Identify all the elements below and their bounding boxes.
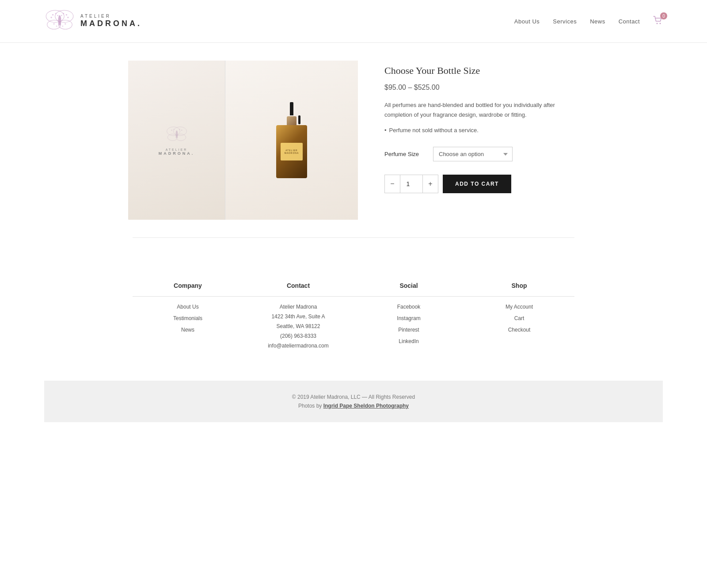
footer-copyright: © 2019 Atelier Madrona, LLC — All Rights…	[53, 394, 654, 400]
svg-point-25	[173, 129, 175, 130]
page-divider	[133, 237, 574, 238]
bottle-neck	[287, 116, 296, 125]
footer-contact-email[interactable]: info@ateliermadrona.com	[243, 343, 354, 349]
svg-point-24	[171, 130, 172, 131]
footer-photos: Photos by Ingrid Pape Sheldon Photograph…	[53, 403, 654, 409]
quantity-increase-button[interactable]: +	[422, 175, 438, 193]
footer-contact-col: Contact Atelier Madrona 1422 34th Ave, S…	[243, 282, 354, 354]
product-details: Choose Your Bottle Size $95.00 – $525.00…	[384, 61, 579, 193]
product-image: ATELIER MADRONA. ATELIERMADRONA	[128, 61, 358, 220]
footer-instagram-link[interactable]: Instagram	[354, 315, 464, 321]
footer-news-link[interactable]: News	[133, 327, 243, 333]
box-madrona-text: MADRONA.	[159, 151, 195, 156]
product-section: ATELIER MADRONA. ATELIERMADRONA	[110, 61, 597, 220]
svg-point-17	[657, 23, 658, 24]
footer-contact-address1: 1422 34th Ave, Suite A	[243, 313, 354, 320]
footer-shop-col: Shop My Account Cart Checkout	[464, 282, 574, 354]
svg-point-7	[50, 17, 52, 18]
footer-social-title: Social	[354, 282, 464, 297]
footer-company-title: Company	[133, 282, 243, 297]
svg-point-8	[57, 15, 58, 16]
footer-checkout-link[interactable]: Checkout	[464, 327, 574, 333]
svg-point-4	[58, 15, 61, 26]
footer-pinterest-link[interactable]: Pinterest	[354, 327, 464, 333]
svg-point-14	[56, 26, 57, 27]
product-note: Perfume not sold without a service.	[384, 127, 579, 134]
logo-atelier: ATELIER	[80, 14, 142, 19]
size-select[interactable]: Choose an option 30ml 50ml 100ml	[433, 147, 513, 161]
footer-company-col: Company About Us Testimonials News	[133, 282, 243, 354]
svg-point-26	[181, 130, 182, 131]
perfume-bottle: ATELIERMADRONA	[276, 102, 307, 178]
svg-point-12	[61, 15, 62, 16]
footer-shop-title: Shop	[464, 282, 574, 297]
bottle-body: ATELIERMADRONA	[276, 125, 307, 178]
footer-cart-link[interactable]: Cart	[464, 315, 574, 321]
product-image-area: ATELIER MADRONA. ATELIERMADRONA	[128, 61, 358, 220]
footer-contact-address2: Seattle, WA 98122	[243, 323, 354, 329]
product-box-left: ATELIER MADRONA.	[128, 61, 225, 220]
svg-point-16	[62, 26, 64, 27]
cart-count: 0	[660, 12, 667, 19]
footer-facebook-link[interactable]: Facebook	[354, 304, 464, 310]
svg-point-6	[55, 13, 57, 14]
cart-icon[interactable]: 0	[653, 16, 663, 27]
add-to-cart-button[interactable]: ADD TO CART	[443, 175, 511, 193]
bottle-label-text: ATELIERMADRONA	[285, 149, 299, 155]
product-price: $95.00 – $525.00	[384, 84, 579, 92]
footer-bottom: © 2019 Atelier Madrona, LLC — All Rights…	[44, 381, 663, 422]
main-nav: About Us Services News Contact 0	[514, 16, 663, 27]
svg-point-5	[52, 14, 53, 15]
footer-about-link[interactable]: About Us	[133, 304, 243, 310]
product-box-right: ATELIERMADRONA	[225, 61, 358, 220]
nav-services[interactable]: Services	[553, 18, 577, 25]
footer-photos-prefix: Photos by	[298, 403, 323, 409]
svg-point-10	[63, 13, 64, 14]
footer-columns: Company About Us Testimonials News Conta…	[133, 282, 574, 381]
footer-myaccount-link[interactable]: My Account	[464, 304, 574, 310]
footer-photos-link[interactable]: Ingrid Pape Sheldon Photography	[323, 403, 409, 409]
svg-point-23	[175, 130, 178, 138]
box-atelier-text: ATELIER	[166, 148, 188, 151]
product-description: All perfumes are hand-blended and bottle…	[384, 100, 579, 120]
nav-news[interactable]: News	[590, 18, 605, 25]
quantity-decrease-button[interactable]: −	[384, 175, 400, 193]
footer-social-col: Social Facebook Instagram Pinterest Link…	[354, 282, 464, 354]
svg-point-13	[53, 23, 54, 24]
svg-point-11	[67, 17, 68, 18]
bottle-label: ATELIERMADRONA	[281, 143, 303, 160]
footer-linkedin-link[interactable]: LinkedIn	[354, 338, 464, 344]
nav-about[interactable]: About Us	[514, 18, 540, 25]
footer: Company About Us Testimonials News Conta…	[0, 256, 707, 422]
svg-point-27	[179, 129, 180, 130]
size-label: Perfume Size	[384, 151, 424, 157]
logo-madrona: MADRONA.	[80, 19, 142, 29]
svg-point-9	[66, 14, 67, 15]
cart-actions: − + ADD TO CART	[384, 175, 579, 193]
bottle-spray	[298, 115, 300, 124]
footer-contact-title: Contact	[243, 282, 354, 297]
logo-text: ATELIER MADRONA.	[80, 14, 142, 29]
butterfly-icon	[44, 8, 75, 34]
nav-contact[interactable]: Contact	[619, 18, 640, 25]
footer-contact-phone: (206) 963-8333	[243, 333, 354, 339]
footer-testimonials-link[interactable]: Testimonials	[133, 315, 243, 321]
size-selector: Perfume Size Choose an option 30ml 50ml …	[384, 147, 579, 161]
svg-point-15	[65, 23, 66, 24]
footer-contact-name: Atelier Madrona	[243, 304, 354, 310]
svg-point-18	[660, 23, 661, 24]
box-butterfly-icon	[166, 125, 188, 145]
product-title: Choose Your Bottle Size	[384, 65, 579, 76]
bottle-cap	[290, 102, 293, 115]
quantity-input[interactable]	[400, 175, 422, 193]
logo[interactable]: ATELIER MADRONA.	[44, 8, 142, 34]
